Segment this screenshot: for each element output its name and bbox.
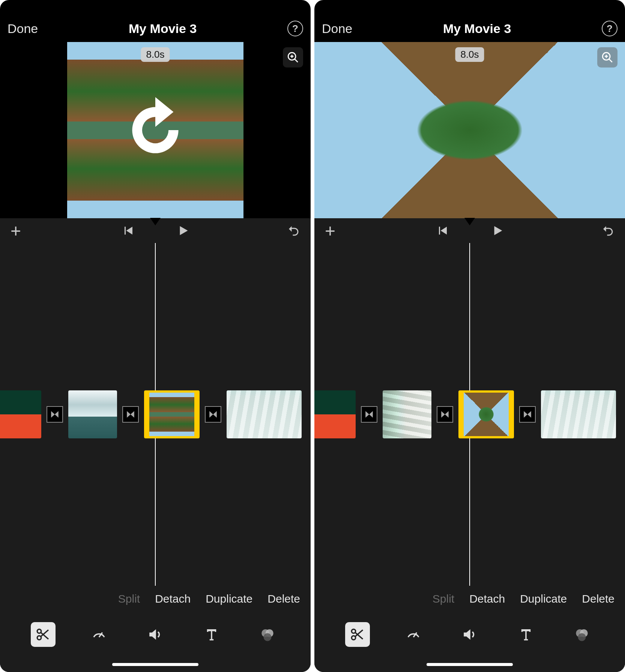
speed-tool[interactable]	[87, 622, 111, 647]
split-button[interactable]: Split	[118, 592, 140, 605]
screen-left: Done My Movie 3 ? 8.0s +	[0, 0, 311, 672]
tool-row	[0, 612, 311, 657]
clip-duration-badge: 8.0s	[141, 47, 170, 62]
project-title: My Movie 3	[129, 21, 197, 36]
timeline[interactable]	[314, 243, 625, 586]
scissors-tool[interactable]	[345, 622, 370, 647]
svg-line-1	[294, 59, 298, 62]
transition-icon[interactable]	[519, 406, 536, 423]
preview-frame	[314, 42, 625, 218]
home-indicator	[0, 657, 311, 672]
delete-button[interactable]: Delete	[267, 592, 300, 605]
scissors-tool[interactable]	[31, 622, 56, 647]
undo-button[interactable]	[287, 224, 300, 237]
transition-icon[interactable]	[205, 406, 221, 423]
volume-tool[interactable]	[143, 622, 168, 647]
text-tool[interactable]	[514, 622, 538, 647]
transition-icon[interactable]	[122, 406, 139, 423]
clip-2[interactable]	[383, 390, 431, 438]
clip-4[interactable]	[541, 390, 616, 438]
clip-action-row: Split Detach Duplicate Delete	[0, 586, 311, 612]
transport-bar: +	[314, 218, 625, 243]
clip-3-selected[interactable]	[458, 390, 514, 438]
filters-tool[interactable]	[255, 622, 280, 647]
undo-button[interactable]	[601, 224, 614, 237]
svg-point-23	[578, 633, 586, 641]
video-preview[interactable]: 8.0s	[67, 42, 243, 218]
clip-1[interactable]	[314, 390, 356, 438]
add-media-button[interactable]: +	[325, 220, 335, 241]
svg-point-5	[37, 636, 41, 640]
svg-point-11	[264, 633, 272, 641]
play-button[interactable]	[490, 224, 504, 237]
playhead-notch	[150, 218, 161, 225]
skip-start-button[interactable]	[436, 224, 449, 237]
clip-duration-badge: 8.0s	[455, 47, 484, 62]
duplicate-button[interactable]: Duplicate	[520, 592, 567, 605]
preview-area[interactable]: 8.0s	[0, 42, 311, 218]
add-media-button[interactable]: +	[11, 220, 21, 241]
text-tool[interactable]	[199, 622, 224, 647]
clip-thumb	[464, 393, 509, 436]
clip-strip[interactable]	[314, 390, 625, 439]
timeline[interactable]	[0, 243, 311, 586]
home-indicator	[314, 657, 625, 672]
clip-4[interactable]	[227, 390, 302, 438]
duplicate-button[interactable]: Duplicate	[206, 592, 252, 605]
video-preview[interactable]: 8.0s	[314, 42, 625, 218]
speed-tool[interactable]	[401, 622, 426, 647]
transition-icon[interactable]	[47, 406, 63, 423]
done-button[interactable]: Done	[322, 21, 352, 36]
delete-button[interactable]: Delete	[582, 592, 614, 605]
zoom-icon[interactable]	[283, 47, 303, 68]
split-button[interactable]: Split	[433, 592, 454, 605]
svg-point-16	[352, 629, 356, 633]
clip-thumb	[149, 393, 194, 436]
tool-row	[314, 612, 625, 657]
svg-point-17	[352, 636, 356, 640]
svg-line-13	[609, 59, 612, 62]
volume-tool[interactable]	[457, 622, 482, 647]
detach-button[interactable]: Detach	[155, 592, 191, 605]
svg-point-4	[37, 629, 41, 633]
transition-icon[interactable]	[361, 406, 377, 423]
done-button[interactable]: Done	[8, 21, 38, 36]
playhead-notch	[464, 218, 475, 225]
clip-2[interactable]	[68, 390, 117, 438]
clip-3-selected[interactable]	[144, 390, 200, 438]
detach-button[interactable]: Detach	[469, 592, 505, 605]
screen-right: Done My Movie 3 ? 8.0s +	[314, 0, 625, 672]
play-button[interactable]	[176, 224, 189, 237]
preview-area[interactable]: 8.0s	[314, 42, 625, 218]
clip-strip[interactable]	[0, 390, 311, 439]
help-icon[interactable]: ?	[287, 21, 303, 36]
screenshot-divider	[311, 0, 314, 672]
transition-icon[interactable]	[437, 406, 453, 423]
top-bar: Done My Movie 3 ?	[0, 15, 311, 42]
project-title: My Movie 3	[443, 21, 511, 36]
skip-start-button[interactable]	[121, 224, 135, 237]
clip-action-row: Split Detach Duplicate Delete	[314, 586, 625, 612]
transport-bar: +	[0, 218, 311, 243]
status-area: Done My Movie 3 ?	[314, 0, 625, 42]
clip-1[interactable]	[0, 390, 41, 438]
rotate-indicator-icon	[107, 81, 204, 179]
top-bar: Done My Movie 3 ?	[314, 15, 625, 42]
help-icon[interactable]: ?	[602, 21, 617, 36]
status-area: Done My Movie 3 ?	[0, 0, 311, 42]
filters-tool[interactable]	[569, 622, 594, 647]
zoom-icon[interactable]	[597, 47, 617, 68]
